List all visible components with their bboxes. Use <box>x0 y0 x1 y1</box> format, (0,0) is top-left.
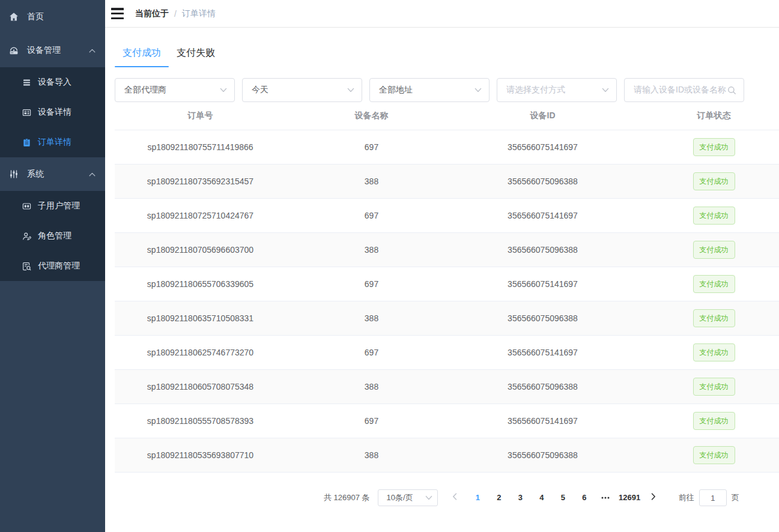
page-number-5[interactable]: 5 <box>553 489 574 506</box>
cell-device-name: 388 <box>286 313 457 323</box>
page-jumper: 前往页 <box>679 489 739 506</box>
table-row: sp18092118065570633960569735656607514169… <box>115 267 779 301</box>
sidebar-item-agent-management[interactable]: 代理商管理 <box>0 251 105 281</box>
cell-order-no: sp180921180735692315457 <box>115 177 286 186</box>
sidebar-item-label: 角色管理 <box>38 231 71 241</box>
table-row: sp18092118062574677327069735656607514169… <box>115 336 779 370</box>
status-badge: 支付成功 <box>693 241 735 259</box>
page-number-last[interactable]: 12691 <box>616 489 643 506</box>
cell-order-status: 支付成功 <box>628 275 779 293</box>
prev-page-button[interactable] <box>444 489 466 506</box>
sidebar-group-label: 设备管理 <box>27 45 61 56</box>
sidebar-item-home[interactable]: 首页 <box>0 0 105 34</box>
next-page-button[interactable] <box>643 489 664 506</box>
cell-order-no: sp180921180755711419866 <box>115 142 286 152</box>
status-badge: 支付成功 <box>693 207 735 225</box>
sidebar-group-device-management[interactable]: 设备管理 <box>0 34 105 67</box>
page-size-select[interactable]: 10条/页 <box>378 489 438 506</box>
cell-device-name: 697 <box>286 142 457 152</box>
table-row: sp18092118070569660370038835656607509638… <box>115 233 779 267</box>
agent-filter-text: 全部代理商 <box>124 85 166 95</box>
page-number-1[interactable]: 1 <box>467 489 489 506</box>
tab-payment-failure[interactable]: 支付失败 <box>169 41 223 67</box>
sidebar-item-device-detail[interactable]: 设备详情 <box>0 97 105 127</box>
orders-table: 订单号设备名称设备ID订单状态sp18092118075571141986669… <box>115 102 779 473</box>
page-size-label: 10条/页 <box>387 492 413 503</box>
home-icon <box>9 12 19 22</box>
cell-order-status: 支付成功 <box>628 207 779 225</box>
column-header: 设备名称 <box>286 110 457 121</box>
sidebar-item-order-detail[interactable]: 订单详情 <box>0 127 105 157</box>
device-search-text: 请输入设备ID或设备名称 <box>634 85 726 95</box>
page-number-6[interactable]: 6 <box>574 489 595 506</box>
cell-device-name: 388 <box>286 382 457 391</box>
breadcrumb-current[interactable]: 订单详情 <box>182 8 216 19</box>
cell-device-id: 356566075141697 <box>457 142 628 152</box>
agent-icon <box>22 262 31 271</box>
table-row: sp18092118060570807534838835656607509638… <box>115 370 779 404</box>
cell-order-no: sp180921180535693807710 <box>115 450 286 460</box>
detail-icon <box>22 108 31 117</box>
cell-order-status: 支付成功 <box>628 241 779 259</box>
cell-order-no: sp180921180705696603700 <box>115 245 286 255</box>
jump-page-input[interactable] <box>699 489 727 506</box>
more-pages-icon[interactable] <box>595 489 617 506</box>
table-row: sp18092118073569231545738835656607509638… <box>115 165 779 199</box>
chevron-down-icon <box>425 495 432 500</box>
chevron-down-icon <box>347 88 354 92</box>
pager: 12345612691 <box>444 489 664 506</box>
sidebar-group-label: 系统 <box>27 169 44 180</box>
sidebar-item-role-management[interactable]: 角色管理 <box>0 221 105 251</box>
payment-filter[interactable]: 请选择支付方式 <box>497 78 617 102</box>
pagination-total: 共 126907 条 <box>324 492 370 503</box>
cell-order-no: sp180921180655706339605 <box>115 279 286 289</box>
cell-device-id: 356566075141697 <box>457 416 628 426</box>
cell-order-no: sp180921180725710424767 <box>115 211 286 220</box>
pagination: 共 126907 条10条/页12345612691前往页 <box>324 489 779 506</box>
cell-order-status: 支付成功 <box>628 309 779 327</box>
content: 支付成功支付失败 全部代理商今天全部地址请选择支付方式请输入设备ID或设备名称 … <box>105 41 779 506</box>
status-badge: 支付成功 <box>693 378 735 396</box>
sidebar-item-label: 订单详情 <box>38 137 71 148</box>
hamburger-menu-icon[interactable] <box>111 8 124 19</box>
order-icon <box>22 138 31 147</box>
date-filter[interactable]: 今天 <box>242 78 362 102</box>
arrow-left-icon <box>452 489 457 506</box>
sidebar-item-label: 首页 <box>27 11 44 22</box>
status-badge: 支付成功 <box>693 309 735 327</box>
jump-prefix: 前往 <box>679 492 694 503</box>
cell-device-name: 388 <box>286 177 457 186</box>
page-number-4[interactable]: 4 <box>531 489 553 506</box>
column-header: 设备ID <box>457 110 628 121</box>
cell-device-name: 697 <box>286 211 457 220</box>
cell-device-id: 356566075096388 <box>457 313 628 323</box>
cell-device-id: 356566075141697 <box>457 279 628 289</box>
table-row: sp18092118053569380771038835656607509638… <box>115 438 779 473</box>
table-row: sp18092118055570857839369735656607514169… <box>115 404 779 438</box>
payment-filter-text: 请选择支付方式 <box>506 85 565 95</box>
page-number-3[interactable]: 3 <box>510 489 532 506</box>
cell-device-id: 356566075096388 <box>457 245 628 255</box>
agent-filter[interactable]: 全部代理商 <box>115 78 235 102</box>
address-filter-text: 全部地址 <box>379 85 413 95</box>
cell-device-id: 356566075096388 <box>457 382 628 391</box>
sidebar-group-system[interactable]: 系统 <box>0 157 105 191</box>
search-icon <box>727 86 736 95</box>
status-badge: 支付成功 <box>693 343 735 361</box>
breadcrumb-separator: / <box>174 9 177 19</box>
chevron-down-icon <box>474 88 482 92</box>
chevron-up-icon <box>89 49 95 53</box>
sidebar-item-device-import[interactable]: 设备导入 <box>0 67 105 97</box>
column-header: 订单号 <box>115 110 286 121</box>
device-search[interactable]: 请输入设备ID或设备名称 <box>624 78 744 102</box>
sidebar-item-subuser-management[interactable]: 子用户管理 <box>0 191 105 221</box>
page-number-2[interactable]: 2 <box>488 489 510 506</box>
breadcrumb: 当前位于 / 订单详情 <box>135 0 216 28</box>
tab-payment-success[interactable]: 支付成功 <box>115 41 169 67</box>
cell-device-id: 356566075141697 <box>457 348 628 357</box>
cell-device-id: 356566075141697 <box>457 211 628 220</box>
table-row: sp18092118075571141986669735656607514169… <box>115 130 779 165</box>
address-filter[interactable]: 全部地址 <box>369 78 490 102</box>
topbar: 当前位于 / 订单详情 <box>105 0 779 28</box>
list-icon <box>22 78 31 87</box>
